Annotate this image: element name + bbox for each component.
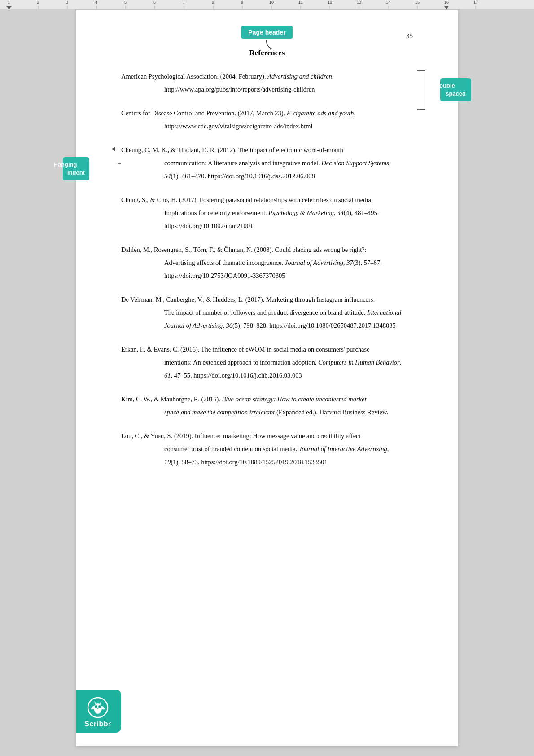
ref-entry-3: Hangingindent Cheung, C. M. K., & Thadan… [121,144,413,183]
svg-text:4: 4 [95,0,97,4]
hanging-indent-arrows [109,145,122,172]
document-page: 35 Page header References American Psych… [76,10,458,746]
page-number: 35 [406,32,413,40]
hanging-indent-badge: Hangingindent [63,157,89,180]
svg-text:12: 12 [328,0,332,4]
ref-entry-9: Lou, C., & Yuan, S. (2019). Influencer m… [121,430,413,469]
svg-text:11: 11 [298,0,303,4]
svg-text:9: 9 [241,0,243,4]
svg-text:15: 15 [415,0,420,4]
ref-entry-1: American Psychological Association. (200… [121,70,413,96]
svg-marker-38 [269,47,271,50]
svg-rect-1 [0,9,534,9]
svg-text:13: 13 [357,0,361,4]
svg-text:1: 1 [8,0,10,4]
svg-text:5: 5 [124,0,127,4]
ref-entry-8: Kim, C. W., & Mauborgne, R. (2015). Blue… [121,393,413,419]
ref-entry-4: Chung, S., & Cho, H. (2017). Fostering p… [121,193,413,233]
page-header-arrow [254,39,280,51]
page-header-badge: Page header [241,26,293,39]
svg-text:6: 6 [153,0,156,4]
ref-entry-5: Dahlén, M., Rosengren, S., Törn, F., & Ö… [121,243,413,282]
svg-text:7: 7 [183,0,185,4]
svg-point-46 [99,706,101,708]
page-wrapper: 35 Page header References American Psych… [0,10,534,756]
svg-text:17: 17 [473,0,478,4]
references-list: American Psychological Association. (200… [121,70,413,469]
double-spaced-badge: Doublespaced [440,78,471,101]
svg-point-45 [96,706,97,708]
scribbr-logo: Scribbr [76,690,121,733]
scribbr-name: Scribbr [84,720,111,728]
page-header-annotation: Page header [241,26,293,51]
svg-text:8: 8 [212,0,214,4]
svg-text:10: 10 [269,0,274,4]
svg-text:16: 16 [444,0,449,4]
svg-rect-0 [0,0,534,9]
ref-entry-7: Erkan, I., & Evans, C. (2016). The influ… [121,343,413,382]
scribbr-icon [87,697,109,718]
double-spaced-bracket [417,70,425,110]
svg-text:2: 2 [37,0,39,4]
ref-entry-2: Centers for Disease Control and Preventi… [121,107,413,133]
svg-text:3: 3 [66,0,68,4]
svg-text:14: 14 [386,0,390,4]
ref-entry-6: De Veirman, M., Cauberghe, V., & Hudders… [121,293,413,332]
ruler: 1 2 3 4 5 6 7 8 9 10 11 12 13 1 [0,0,534,10]
